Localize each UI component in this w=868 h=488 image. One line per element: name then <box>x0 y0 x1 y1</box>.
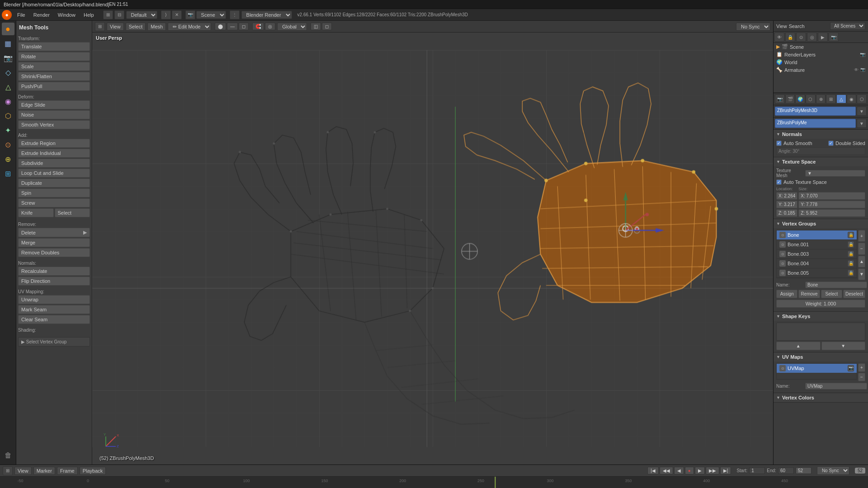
vg-bone005-lock[interactable]: 🔒 <box>848 270 854 276</box>
extrude-individual-btn[interactable]: Extrude Individual <box>18 149 90 158</box>
props-icon-scene[interactable]: 🎬 <box>785 94 795 103</box>
vg-bone001-lock[interactable]: 🔒 <box>848 241 854 248</box>
sidebar-icon-physics[interactable]: ⊙ <box>2 138 14 151</box>
sync-select-timeline[interactable]: No Sync <box>817 466 849 475</box>
proportional-btn[interactable]: ◎ <box>265 23 275 30</box>
merge-btn[interactable]: Merge <box>18 238 90 247</box>
select-vertex-group[interactable]: Select Vertex Group <box>18 337 90 347</box>
shrink-flatten-btn[interactable]: Shrink/Flatten <box>18 72 90 81</box>
loc-x[interactable]: X: 2.264 <box>776 192 797 200</box>
duplicate-btn[interactable]: Duplicate <box>18 178 90 188</box>
layout-icon-2[interactable]: ⊟ <box>114 10 124 19</box>
play-prev-key-btn[interactable]: ◀◀ <box>660 467 673 474</box>
current-frame-input[interactable] <box>796 467 811 474</box>
transform-space-select[interactable]: Global <box>277 23 307 31</box>
sidebar-icon-particles[interactable]: ✦ <box>2 124 14 136</box>
texture-space-header[interactable]: Texture Space <box>774 157 868 166</box>
subdivide-btn[interactable]: Subdivide <box>18 159 90 168</box>
vg-item-bone[interactable]: ⊙ Bone 🔒 <box>777 230 857 240</box>
props-icon-render[interactable]: 📷 <box>775 94 785 103</box>
translate-btn[interactable]: Translate <box>18 42 90 51</box>
loc-z[interactable]: Z: 0.185 <box>776 209 797 217</box>
snap-btn[interactable]: 🧲 <box>252 23 264 30</box>
viewport-canvas-area[interactable]: User Persp (52) ZBrushPolyMesh3D X Y Z <box>92 33 773 465</box>
vg-add-btn[interactable]: + <box>858 230 865 242</box>
shape-keys-header[interactable]: Shape Keys <box>774 312 868 321</box>
engine-select[interactable]: Blender Render <box>241 11 292 19</box>
menu-window[interactable]: Window <box>54 11 79 19</box>
delete-btn[interactable]: Delete ▶ <box>18 228 90 237</box>
play-prev-btn[interactable]: ◀ <box>674 467 684 474</box>
vertex-groups-header[interactable]: Vertex Groups <box>774 219 868 228</box>
normals-section-header[interactable]: Normals <box>774 130 868 139</box>
size-y[interactable]: Y: 7.778 <box>798 201 865 208</box>
sidebar-icon-trash[interactable]: 🗑 <box>2 449 14 462</box>
mesh-menu-btn[interactable]: Mesh <box>147 23 166 31</box>
view-btn-outline[interactable]: View <box>776 23 787 29</box>
vg-remove-action-btn[interactable]: Remove <box>798 290 820 298</box>
flip-direction-btn[interactable]: Flip Direction <box>18 277 90 286</box>
sidebar-icon-scene[interactable]: ▦ <box>2 37 14 50</box>
vg-deselect-btn[interactable]: Deselect <box>843 290 865 298</box>
scene-tree-armature[interactable]: 🦴 Armature 👁 📷 <box>774 66 868 74</box>
knife-btn[interactable]: Knife <box>18 208 54 217</box>
object-browse-icon[interactable]: ▼ <box>857 107 867 116</box>
play-start-btn[interactable]: |◀ <box>647 467 659 474</box>
menu-render[interactable]: Render <box>30 11 53 19</box>
vertex-mode-btn[interactable]: ⬤ <box>215 23 226 30</box>
vg-up-btn[interactable]: ▲ <box>858 256 865 267</box>
sidebar-icon-constraints[interactable]: ⊕ <box>2 153 14 165</box>
uv-name-input[interactable] <box>805 383 867 389</box>
auto-smooth-check[interactable]: ✓ <box>776 141 782 146</box>
select-btn[interactable]: Select <box>55 208 90 217</box>
layout-icon-1[interactable]: ⊞ <box>103 10 113 19</box>
props-icon-mesh[interactable]: △ <box>836 94 846 103</box>
unwrap-btn[interactable]: Unwrap <box>18 295 90 304</box>
active-subobj-display[interactable]: ZBrushPolyMe <box>775 119 856 128</box>
vg-bone004-lock[interactable]: 🔒 <box>848 260 854 267</box>
face-mode-btn[interactable]: ◻ <box>239 23 249 30</box>
layout-icon-3[interactable]: ⟩ <box>161 10 171 19</box>
subobj-browse-icon[interactable]: ▼ <box>857 119 867 128</box>
props-icon-object[interactable]: ⬡ <box>806 94 816 103</box>
vg-item-bone004[interactable]: ⊙ Bone.004 🔒 <box>777 259 857 268</box>
outliner-icon-4[interactable]: ◎ <box>807 33 817 42</box>
play-btn[interactable]: ▶ <box>695 467 705 474</box>
double-sided-check[interactable]: ✓ <box>828 141 834 146</box>
timeline-playback-btn[interactable]: Playback <box>80 467 106 475</box>
wireframe-btn[interactable]: ◻ <box>322 23 332 30</box>
props-icon-material[interactable]: ◉ <box>847 94 857 103</box>
vg-item-bone005[interactable]: ⊙ Bone.005 🔒 <box>777 268 857 278</box>
menu-file[interactable]: File <box>14 11 29 19</box>
layout-select[interactable]: Default <box>126 11 157 19</box>
vg-item-bone003[interactable]: ⊙ Bone.003 🔒 <box>777 249 857 259</box>
spin-btn[interactable]: Spin <box>18 188 90 197</box>
sync-select[interactable]: No Sync <box>736 23 770 31</box>
view-menu-btn[interactable]: View <box>107 23 124 31</box>
uv-add-btn[interactable]: + <box>858 363 865 372</box>
scene-select[interactable]: Scene <box>196 11 226 19</box>
sidebar-icon-object[interactable]: ◇ <box>2 66 14 79</box>
shape-keys-down-btn[interactable]: ▼ <box>821 342 866 350</box>
outliner-icon-3[interactable]: ⊙ <box>796 33 806 42</box>
search-btn-outline[interactable]: Search <box>789 23 805 29</box>
weight-bar[interactable]: Weight: 1.000 <box>776 300 865 308</box>
noise-btn[interactable]: Noise <box>18 110 90 119</box>
uv-camera-icon[interactable]: 📷 <box>848 365 854 371</box>
uv-item-uvmap[interactable]: ⊙ UVMap 📷 <box>777 364 857 373</box>
edge-mode-btn[interactable]: — <box>227 23 238 30</box>
select-menu-btn[interactable]: Select <box>126 23 146 31</box>
vg-bone-lock[interactable]: 🔒 <box>848 232 854 238</box>
auto-texture-check[interactable]: ✓ <box>776 179 782 185</box>
scale-btn[interactable]: Scale <box>18 62 90 71</box>
sidebar-icon-texture[interactable]: ⬡ <box>2 109 14 122</box>
sidebar-icon-logo[interactable]: ● <box>2 23 14 35</box>
end-frame-input[interactable] <box>778 467 794 474</box>
outliner-icon-1[interactable]: 👁 <box>774 33 784 42</box>
sidebar-icon-material[interactable]: ◉ <box>2 95 14 108</box>
scene-tree-renderlayers[interactable]: 📋 RenderLayers 📷 <box>774 51 868 58</box>
sidebar-icon-modifier[interactable]: ⊞ <box>2 167 14 180</box>
extrude-region-btn[interactable]: Extrude Region <box>18 139 90 148</box>
rotate-btn[interactable]: Rotate <box>18 52 90 61</box>
scene-tree-world[interactable]: 🌍 World <box>774 58 868 66</box>
